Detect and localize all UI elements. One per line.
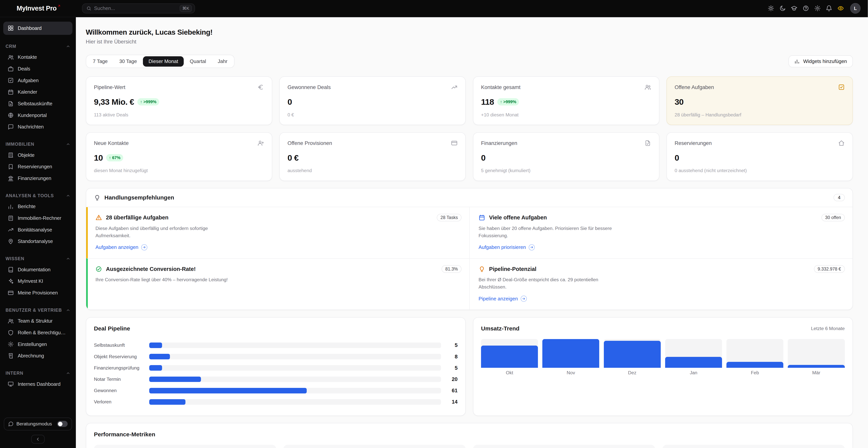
- sidebar-section-header[interactable]: IMMOBILIEN: [0, 139, 76, 149]
- stat-card-offene-aufgaben: Offene Aufgaben 30 28 überfällig – Handl…: [666, 76, 853, 125]
- recommendation-link[interactable]: Aufgaben anzeigen: [95, 244, 147, 250]
- credit-card-icon: [451, 140, 458, 147]
- stat-card-pipeline-wert: Pipeline-Wert 9,33 Mio. € ↑ >999% 113 ak…: [86, 76, 272, 125]
- sidebar-item-label: Team & Struktur: [18, 318, 53, 324]
- metric-lead-to-deal-rate: Lead-to-Deal-Rate 81,3 %: [283, 445, 466, 448]
- sidebar-item-reservierungen[interactable]: Reservierungen: [3, 161, 72, 173]
- sidebar-section-intern: INTERN Internes Dashboard: [0, 369, 76, 390]
- sidebar-item-label: Deals: [18, 66, 30, 72]
- sidebar-section-label: IMMOBILIEN: [5, 142, 34, 147]
- help-button[interactable]: [801, 3, 811, 13]
- stat-value: 10: [94, 153, 103, 163]
- academy-button[interactable]: [789, 3, 799, 13]
- app-logo[interactable]: MyInvest Pro: [17, 5, 61, 12]
- recommendation-link[interactable]: Pipeline anzeigen: [478, 296, 527, 302]
- chevron-up-icon: [66, 44, 70, 49]
- presentation-mode-button[interactable]: [836, 3, 845, 13]
- stat-card-finanzierungen: Finanzierungen 0 5 genehmigt (kumuliert): [473, 132, 659, 181]
- sidebar-item-internes-dashboard[interactable]: Internes Dashboard: [3, 378, 72, 390]
- sidebar-item-finanzierungen[interactable]: Finanzierungen: [3, 172, 72, 184]
- pipeline-stage-value: 8: [445, 354, 458, 360]
- recommendations-title: Handlungsempfehlungen: [104, 194, 174, 201]
- consultation-mode-row: Beratungsmodus: [4, 418, 72, 430]
- sidebar-item-label: Kundenportal: [18, 113, 46, 118]
- stat-subtext: 5 genehmigt (kumuliert): [481, 168, 651, 173]
- sidebar-section-header[interactable]: BENUTZER & VERTRIEB: [0, 305, 76, 315]
- bookmark-icon: [8, 164, 14, 170]
- monitor-icon: [8, 381, 14, 387]
- stat-trend-badge: ↑ >999%: [497, 98, 519, 105]
- tab-quartal[interactable]: Quartal: [184, 56, 212, 67]
- stat-card-gewonnene-deals: Gewonnene Deals 0 0 €: [279, 76, 466, 125]
- search-input[interactable]: [94, 5, 177, 11]
- tab-dieser-monat[interactable]: Dieser Monat: [143, 56, 184, 67]
- arrow-right-icon: [522, 297, 525, 300]
- sidebar-item-nachrichten[interactable]: Nachrichten: [3, 121, 72, 133]
- search-shortcut: ⌘K: [180, 5, 192, 12]
- recommendation-badge: 81.3%: [441, 265, 462, 273]
- sidebar-item-selbstauskunfte[interactable]: Selbstauskünfte: [3, 98, 72, 109]
- shield-icon: [8, 330, 14, 336]
- sidebar-item-kontakte[interactable]: Kontakte: [3, 52, 72, 63]
- sidebar-item-berichte[interactable]: Berichte: [3, 201, 72, 213]
- sidebar-section-header[interactable]: CRM: [0, 41, 76, 52]
- users-icon: [8, 54, 14, 60]
- sidebar-item-einstellungen[interactable]: Einstellungen: [3, 339, 72, 350]
- calendar-icon: [8, 89, 14, 95]
- stat-card-neue-kontakte: Neue Kontakte 10 ↑ 67% diesen Monat hinz…: [86, 132, 272, 181]
- stat-label: Neue Kontakte: [94, 140, 129, 146]
- sidebar-item-objekte[interactable]: Objekte: [3, 149, 72, 161]
- user-avatar[interactable]: L: [850, 3, 861, 13]
- settings-button[interactable]: [812, 3, 823, 13]
- sidebar-item-immobilien-rechner[interactable]: Immobilien-Rechner: [3, 212, 72, 224]
- deal-pipeline-chart: Selbstauskunft 5 Objekt Reservierung 8 F…: [94, 340, 458, 408]
- stat-label: Finanzierungen: [481, 140, 517, 146]
- consultation-mode-toggle[interactable]: [57, 421, 68, 427]
- sidebar-section-header[interactable]: ANALYSEN & TOOLS: [0, 191, 76, 201]
- sidebar-section-header[interactable]: WISSEN: [0, 254, 76, 264]
- revenue-trend-panel: Umsatz-Trend Letzte 6 Monate Okt Nov Dez…: [473, 317, 853, 416]
- stat-label: Offene Aufgaben: [675, 84, 714, 90]
- sidebar-item-dokumentation[interactable]: Dokumentation: [3, 264, 72, 276]
- recommendation-link[interactable]: Aufgaben priorisieren: [478, 244, 535, 250]
- sidebar-item-deals[interactable]: Deals: [3, 63, 72, 75]
- sidebar-item-myinvest-ki[interactable]: MyInvest KI: [3, 275, 72, 287]
- sidebar-item-meine-provisionen[interactable]: Meine Provisionen: [3, 287, 72, 299]
- tab-30-tage[interactable]: 30 Tage: [114, 56, 143, 67]
- recommendation-title: 28 überfällige Aufgaben: [106, 215, 168, 221]
- pipeline-bar: [149, 388, 307, 393]
- sidebar-item-team-struktur[interactable]: Team & Struktur: [3, 315, 72, 327]
- sidebar-section-header[interactable]: INTERN: [0, 369, 76, 378]
- recommendation-badge: 28 Tasks: [437, 214, 462, 222]
- pipeline-stage-label: Finanzierungsprüfung: [94, 365, 145, 371]
- topbar: MyInvest Pro ⌘K L: [0, 0, 868, 17]
- chevron-up-icon: [66, 142, 70, 147]
- sidebar-item-kalender[interactable]: Kalender: [3, 86, 72, 98]
- global-search[interactable]: ⌘K: [82, 3, 195, 13]
- theme-dark-button[interactable]: [778, 3, 787, 13]
- message-icon: [8, 124, 14, 130]
- sidebar-section-immobilien: IMMOBILIEN Objekte Reservierungen Finanz…: [0, 139, 76, 184]
- sidebar-item-dashboard[interactable]: Dashboard: [3, 22, 72, 35]
- sidebar-item-aufgaben[interactable]: Aufgaben: [3, 75, 72, 86]
- stat-label: Offene Provisionen: [287, 140, 332, 146]
- sidebar-collapse-button[interactable]: [31, 435, 44, 444]
- sidebar-item-standortanalyse[interactable]: Standortanalyse: [3, 235, 72, 247]
- sidebar-item-abrechnung[interactable]: Abrechnung: [3, 350, 72, 362]
- notifications-button[interactable]: [824, 3, 834, 13]
- tab-jahr[interactable]: Jahr: [212, 56, 233, 67]
- alert-triangle-icon: [95, 214, 102, 221]
- page-title: Willkommen zurück, Lucas Siebeking!: [86, 28, 853, 36]
- sidebar-item-rollen-berechtigungen[interactable]: Rollen & Berechtigungen: [3, 327, 72, 339]
- theme-light-button[interactable]: [766, 3, 776, 13]
- sidebar-item-bonitatsanalyse[interactable]: Bonitätsanalyse: [3, 224, 72, 236]
- stat-cards-grid: Pipeline-Wert 9,33 Mio. € ↑ >999% 113 ak…: [86, 76, 853, 181]
- tab-7-tage[interactable]: 7 Tage: [87, 56, 113, 67]
- trend-bar-track: [788, 339, 845, 368]
- sidebar-item-kundenportal[interactable]: Kundenportal: [3, 109, 72, 121]
- add-widgets-button[interactable]: Widgets hinzufügen: [788, 55, 853, 68]
- gear-icon: [814, 5, 821, 12]
- bar-chart-icon: [8, 203, 14, 210]
- metric-abschlussgrosse: Ø Abschlussgröße 322.940 €: [94, 445, 276, 448]
- pipeline-bar-track: [149, 377, 441, 382]
